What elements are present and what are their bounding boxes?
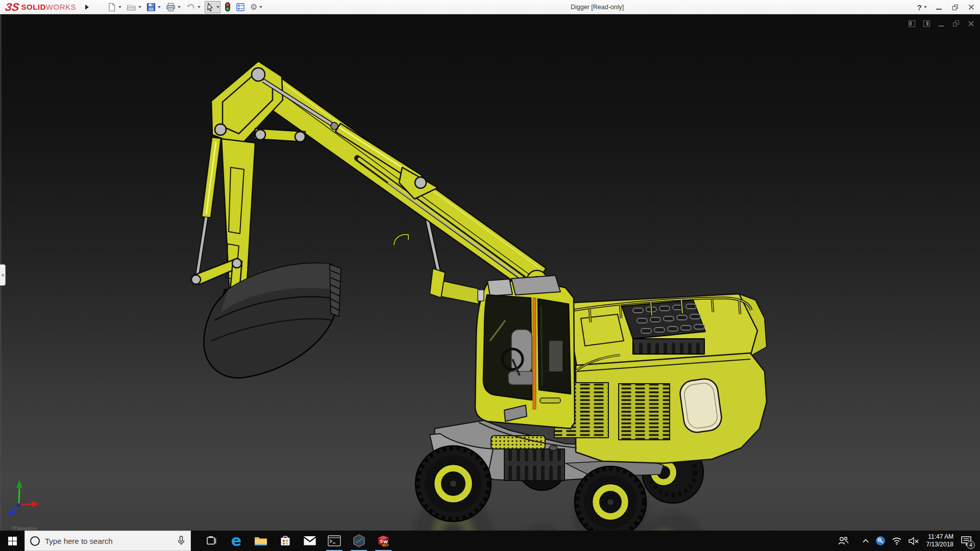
wheel-front-left xyxy=(415,446,491,521)
store-icon xyxy=(279,535,291,547)
help-button[interactable]: ? xyxy=(917,3,927,12)
volume-muted-icon xyxy=(908,537,919,545)
document-window-controls xyxy=(908,19,975,28)
menu-flyout-arrow-icon[interactable] xyxy=(85,5,89,10)
undo-dropdown[interactable] xyxy=(198,6,201,8)
new-document-dropdown[interactable] xyxy=(118,6,121,8)
options-button[interactable]: ⚙ xyxy=(249,1,263,13)
microphone-icon[interactable] xyxy=(177,536,185,546)
file-explorer-button[interactable] xyxy=(249,531,273,551)
select-tool-button[interactable] xyxy=(205,1,220,13)
graphics-area[interactable]: *Dimetric xyxy=(0,14,980,531)
windows-logo-icon xyxy=(8,537,17,545)
doc-restore-button[interactable] xyxy=(952,19,960,28)
show-hidden-icons-button[interactable] xyxy=(859,531,872,551)
solidworks-2017-icon: S W 2017 xyxy=(376,534,390,548)
pane-left-icon xyxy=(909,20,915,27)
undo-button[interactable] xyxy=(185,1,202,13)
tray-app-button[interactable] xyxy=(872,531,889,551)
help-dropdown[interactable] xyxy=(924,6,927,8)
open-dropdown[interactable] xyxy=(138,6,141,8)
pane-left-button[interactable] xyxy=(908,19,916,28)
wifi-icon xyxy=(892,537,902,545)
feature-manager-collapsed-tab[interactable] xyxy=(0,264,6,286)
save-icon xyxy=(146,3,156,12)
network-button[interactable] xyxy=(889,531,905,551)
people-button[interactable] xyxy=(835,531,852,551)
store-button[interactable] xyxy=(273,531,298,551)
select-cursor-icon xyxy=(206,3,214,12)
mail-icon xyxy=(303,536,316,546)
options-dropdown[interactable] xyxy=(259,6,262,8)
new-document-button[interactable] xyxy=(106,1,122,13)
solidworks-logo: ЗS SOLID WORKS xyxy=(0,0,81,14)
help-icon: ? xyxy=(917,3,922,12)
print-button[interactable] xyxy=(165,1,182,13)
display-settings-button[interactable] xyxy=(235,1,246,13)
solidworks-2017-button[interactable]: S W 2017 xyxy=(371,531,396,551)
minimize-button[interactable] xyxy=(934,3,943,12)
panel-expand-icon xyxy=(2,274,4,277)
window-controls: ? xyxy=(917,0,976,14)
open-folder-icon xyxy=(127,3,136,12)
titlebar: ЗS SOLID WORKS xyxy=(0,0,980,14)
restore-button[interactable] xyxy=(950,3,960,12)
people-icon xyxy=(838,536,849,545)
pane-right-button[interactable] xyxy=(922,19,930,28)
clock-time: 11:47 AM xyxy=(926,533,953,541)
task-view-button[interactable] xyxy=(200,531,224,551)
digger-model[interactable] xyxy=(0,14,980,531)
open-button[interactable] xyxy=(126,1,142,13)
solidworks-logo-solid: SOLID xyxy=(21,3,46,11)
mail-button[interactable] xyxy=(298,531,322,551)
view-orientation-label: *Dimetric xyxy=(11,525,38,531)
undo-icon xyxy=(186,3,195,12)
gear-icon: ⚙ xyxy=(250,3,257,12)
orientation-triad xyxy=(0,474,61,531)
doc-minimize-button[interactable] xyxy=(937,19,945,28)
notification-count-badge: 4 xyxy=(967,541,975,549)
start-button[interactable] xyxy=(0,531,24,551)
restore-icon xyxy=(952,5,958,10)
volume-button[interactable] xyxy=(905,531,922,551)
edge-icon: e xyxy=(231,533,241,548)
doc-close-button[interactable] xyxy=(967,19,975,28)
system-tray: 11:47 AM 7/13/2018 4 xyxy=(835,531,980,551)
blue-sphere-key-icon xyxy=(875,536,886,546)
close-button[interactable] xyxy=(967,3,976,12)
print-icon xyxy=(166,3,176,12)
svg-text:2017: 2017 xyxy=(382,544,388,547)
select-tool-dropdown[interactable] xyxy=(216,6,219,8)
file-explorer-icon xyxy=(254,535,267,546)
stoplight-icon xyxy=(225,2,231,12)
save-dropdown[interactable] xyxy=(158,6,161,8)
windows-taskbar: e xyxy=(0,531,980,551)
solidworks-logo-works: WORKS xyxy=(46,3,76,11)
doc-minimize-icon xyxy=(939,26,944,27)
taskbar-search[interactable] xyxy=(24,531,191,551)
doc-restore-icon xyxy=(953,20,959,27)
document-title: Digger [Read-only] xyxy=(571,4,624,11)
solidworks-logo-glyph: ЗS xyxy=(5,2,20,12)
new-document-icon xyxy=(107,3,116,12)
chevron-up-icon xyxy=(862,538,869,543)
close-icon xyxy=(968,4,974,10)
search-input[interactable] xyxy=(45,537,172,545)
taskbar-apps: e xyxy=(200,531,396,551)
doc-close-icon xyxy=(968,20,974,27)
save-button[interactable] xyxy=(145,1,162,13)
task-view-icon xyxy=(207,536,217,545)
appearance-stoplight-button[interactable] xyxy=(224,1,232,13)
print-dropdown[interactable] xyxy=(178,6,181,8)
command-prompt-button[interactable] xyxy=(322,531,347,551)
cortana-icon xyxy=(30,536,40,546)
hexagon-app-icon xyxy=(353,534,365,547)
svg-text:S: S xyxy=(380,539,383,544)
edge-button[interactable]: e xyxy=(224,531,249,551)
action-center-button[interactable]: 4 xyxy=(958,531,977,551)
quick-toolbar: ⚙ xyxy=(106,1,266,13)
wheel-rear-left xyxy=(575,466,646,531)
hexagon-app-button[interactable] xyxy=(347,531,371,551)
minimize-icon xyxy=(936,9,942,10)
taskbar-clock[interactable]: 11:47 AM 7/13/2018 xyxy=(922,533,958,548)
